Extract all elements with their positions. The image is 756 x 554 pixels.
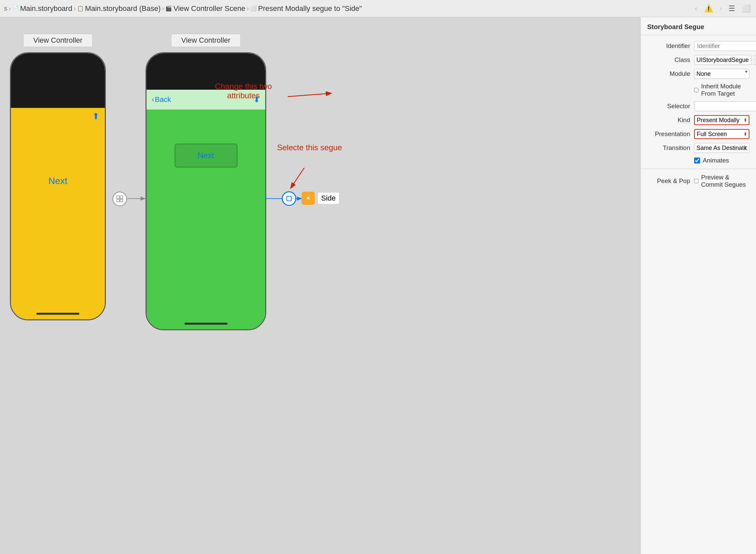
presentation-select-wrap: Full Screen Current Context Custom Over … (694, 129, 749, 139)
vc2-home-bar (185, 323, 228, 325)
selector-input[interactable] (694, 101, 756, 111)
grid-node-area (113, 191, 127, 206)
inherit-row: Inherit Module From Target (641, 81, 756, 99)
segue-icon: ⬜ (250, 5, 257, 12)
animates-checkbox[interactable] (694, 158, 700, 164)
inherit-checkbox[interactable] (694, 87, 698, 93)
vc1-next-label: Next (48, 176, 67, 186)
inspector-title: Storyboard Segue (641, 17, 756, 35)
vc2-body (146, 110, 265, 329)
identifier-input[interactable] (694, 41, 756, 51)
inspector-body: Identifier Class UIStoryboardSegue + ▾ M… (641, 35, 756, 554)
main-area: View Controller ⬆ Next (0, 17, 756, 554)
svg-rect-6 (120, 196, 123, 199)
side-node: ☀ Side (302, 191, 339, 205)
svg-line-4 (291, 168, 304, 188)
grid-node[interactable] (113, 191, 127, 206)
canvas-area[interactable]: View Controller ⬆ Next (0, 17, 640, 554)
svg-rect-7 (117, 199, 119, 202)
scene-icon: 🎬 (165, 5, 172, 12)
vc1-top (11, 53, 105, 108)
kind-row: Kind Present Modally Show Show Detail Pr… (641, 113, 756, 127)
animates-label: Animates (703, 157, 729, 164)
back-label: Back (155, 95, 171, 104)
layout-button[interactable]: ⬜ (741, 3, 752, 14)
annotation-select: Selecte this segue (277, 143, 342, 152)
svg-rect-5 (117, 196, 119, 199)
breadcrumb-sep-4: › (247, 5, 249, 12)
kind-label: Kind (647, 116, 690, 124)
vc1-body (11, 108, 105, 319)
peek-row: Peek & Pop Preview & Commit Segues (641, 172, 756, 190)
toolbar: s › 📄 Main.storyboard › 📋 Main.storyboar… (0, 0, 756, 17)
vc1-title: View Controller (23, 34, 93, 47)
breadcrumb-sep-2: › (73, 5, 76, 12)
animates-row: Animates (641, 155, 756, 166)
kind-select-wrap: Present Modally Show Show Detail Present… (694, 115, 749, 125)
back-button[interactable]: ‹ (693, 3, 698, 14)
list-button[interactable]: ☰ (727, 3, 737, 14)
vc2-next-btn[interactable]: Next (175, 144, 238, 167)
identifier-row: Identifier (641, 39, 756, 53)
class-select[interactable]: UIStoryboardSegue (694, 55, 751, 65)
warning-button[interactable]: ⚠️ (703, 3, 714, 14)
class-wrap: UIStoryboardSegue + ▾ (694, 55, 756, 65)
transition-select[interactable]: Same As Destination Cover Vertical Flip … (694, 143, 749, 153)
breadcrumb-sep-1: › (9, 5, 11, 12)
svg-rect-9 (287, 196, 291, 201)
storyboard-base-icon: 📋 (77, 5, 84, 12)
identifier-label: Identifier (647, 42, 690, 50)
toolbar-right: ‹ ⚠️ › ☰ ⬜ (693, 3, 752, 14)
share-icon: ⬆ (92, 111, 100, 121)
transition-row: Transition Same As Destination Cover Ver… (641, 141, 756, 155)
vc1-home-bar (37, 313, 79, 315)
presentation-select[interactable]: Full Screen Current Context Custom Over … (694, 129, 749, 139)
class-label: Class (647, 56, 690, 63)
class-plus-btn[interactable]: + (753, 55, 756, 65)
breadcrumb: s › 📄 Main.storyboard › 📋 Main.storyboar… (4, 4, 362, 13)
inspector-divider (641, 169, 756, 169)
transition-label: Transition (647, 144, 690, 152)
vc2-title: View Controller (171, 34, 241, 47)
class-row: Class UIStoryboardSegue + ▾ (641, 53, 756, 67)
peek-label: Peek & Pop (647, 177, 690, 185)
module-row: Module None ▾ (641, 67, 756, 81)
side-icon: ☀ (302, 191, 315, 205)
inspector-panel: Storyboard Segue Identifier Class UIStor… (640, 17, 756, 554)
breadcrumb-sep-3: › (162, 5, 164, 12)
module-wrap: None ▾ (694, 69, 749, 79)
breadcrumb-item-4[interactable]: 🎬 View Controller Scene (165, 4, 245, 13)
vc2-panel: View Controller ‹ Back ⬇ Next (145, 34, 266, 330)
vc1-panel: View Controller ⬆ Next (10, 34, 106, 320)
transition-select-wrap: Same As Destination Cover Vertical Flip … (694, 143, 749, 153)
selector-row: Selector (641, 99, 756, 113)
peek-checkbox-label: Preview & Commit Segues (701, 174, 749, 188)
module-label: Module (647, 70, 690, 77)
presentation-row: Presentation Full Screen Current Context… (641, 127, 756, 141)
breadcrumb-item-2[interactable]: 📄 Main.storyboard (12, 4, 72, 13)
presentation-label: Presentation (647, 130, 690, 138)
side-label: Side (317, 192, 339, 204)
back-chevron-icon: ‹ (152, 95, 154, 104)
selector-label: Selector (647, 103, 690, 110)
segue-node-wrap (282, 191, 296, 206)
module-select[interactable]: None (694, 69, 749, 79)
annotation-change: Change this two attributes (215, 82, 272, 100)
vc1-phone: ⬆ Next (10, 52, 106, 320)
breadcrumb-item-1[interactable]: s (4, 5, 7, 12)
breadcrumb-item-3[interactable]: 📋 Main.storyboard (Base) (77, 4, 161, 13)
kind-select[interactable]: Present Modally Show Show Detail Present… (694, 115, 749, 125)
svg-rect-8 (120, 199, 123, 202)
svg-line-3 (288, 93, 331, 97)
inherit-label: Inherit Module From Target (701, 83, 749, 97)
segue-node[interactable] (282, 191, 296, 206)
breadcrumb-item-5[interactable]: ⬜ Present Modally segue to "Side" (250, 4, 362, 13)
storyboard-icon: 📄 (12, 5, 19, 12)
forward-button[interactable]: › (718, 3, 723, 14)
peek-checkbox[interactable] (694, 178, 698, 184)
